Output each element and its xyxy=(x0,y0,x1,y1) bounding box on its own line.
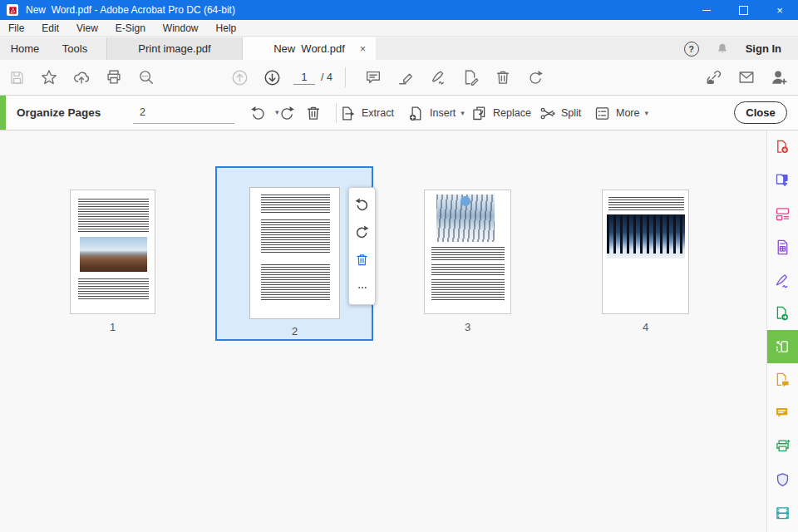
menu-esign[interactable]: E-Sign xyxy=(116,22,145,34)
rotate-clockwise-button-organize[interactable] xyxy=(273,99,301,127)
page2-text-block xyxy=(261,195,330,214)
page1-canyon-photo xyxy=(80,237,147,272)
email-button[interactable] xyxy=(732,63,761,91)
split-button[interactable]: Split xyxy=(539,99,581,127)
page3-text-block xyxy=(431,264,505,275)
previous-page-button[interactable] xyxy=(225,63,254,91)
page2-text-block xyxy=(261,219,330,254)
star-favorite-button[interactable] xyxy=(35,63,63,91)
organize-title: Organize Pages xyxy=(17,96,101,130)
share-link-button[interactable] xyxy=(700,63,728,91)
rotate-clockwise-button[interactable] xyxy=(521,63,549,91)
insert-button[interactable]: Insert ▾ xyxy=(407,99,468,127)
tab-tools[interactable]: Tools xyxy=(50,37,100,60)
page2-text-block xyxy=(261,264,330,301)
minimize-button[interactable] xyxy=(688,0,725,20)
edit-pdf-icon[interactable] xyxy=(767,197,798,230)
toolbar-divider xyxy=(345,67,346,87)
more-button[interactable]: More ▾ xyxy=(594,99,652,127)
menu-bar: File Edit View E-Sign Window Help xyxy=(0,20,798,37)
organize-accent-bar xyxy=(0,96,6,130)
active-tab-label: New Word.pdf xyxy=(273,42,345,55)
tab-bar: Home Tools Print image.pdf New Word.pdf … xyxy=(0,37,798,60)
page-thumbnail-3[interactable] xyxy=(424,190,511,314)
create-pdf-icon[interactable] xyxy=(767,131,798,164)
tab-home[interactable]: Home xyxy=(0,37,50,60)
page-thumbnails-area: 1 2 xyxy=(0,131,766,525)
forest-trunks xyxy=(607,214,685,254)
comment-icon[interactable] xyxy=(767,397,798,430)
page-3-caption: 3 xyxy=(424,321,511,333)
rotate-right-icon[interactable] xyxy=(352,222,373,244)
page-thumbnail-4[interactable] xyxy=(602,190,689,314)
menu-edit[interactable]: Edit xyxy=(42,22,59,34)
tab-print-image-pdf[interactable]: Print image.pdf xyxy=(106,37,243,60)
search-button[interactable] xyxy=(132,63,160,91)
page-1-caption: 1 xyxy=(70,321,155,333)
delete-pages-button[interactable] xyxy=(299,99,328,127)
menu-view[interactable]: View xyxy=(76,22,98,34)
minimize-icon xyxy=(702,10,711,11)
organize-toolbar: Organize Pages ▾ Extract Insert ▾ Replac… xyxy=(0,96,798,131)
page-2-caption: 2 xyxy=(249,325,340,337)
close-tab-icon[interactable]: × xyxy=(360,43,366,55)
close-window-button[interactable]: × xyxy=(761,0,798,20)
insert-caret-icon: ▾ xyxy=(461,109,465,117)
more-label: More xyxy=(616,107,639,119)
page-4-caption: 4 xyxy=(602,321,689,333)
print-production-icon[interactable] xyxy=(767,430,798,463)
main-toolbar: / 4 xyxy=(0,60,798,96)
export-file-icon[interactable] xyxy=(767,297,798,330)
more-options-icon[interactable] xyxy=(352,277,373,298)
page3-text-block xyxy=(431,279,505,301)
menu-file[interactable]: File xyxy=(8,22,24,34)
page-number-input[interactable] xyxy=(293,71,315,85)
title-bar: New Word.pdf - Adobe Acrobat Pro DC (64-… xyxy=(0,0,798,20)
add-comment-button[interactable] xyxy=(359,63,387,91)
delete-page-icon[interactable] xyxy=(352,249,373,271)
maximize-icon xyxy=(739,6,748,15)
page-actions-toolbar xyxy=(348,187,376,305)
page1-text-block xyxy=(78,199,149,232)
page-range-box[interactable]: ▾ xyxy=(133,101,234,124)
sign-in-button[interactable]: Sign In xyxy=(746,42,781,55)
add-user-button[interactable] xyxy=(765,63,793,91)
print-button[interactable] xyxy=(100,63,128,91)
window-title: New Word.pdf - Adobe Acrobat Pro DC (64-… xyxy=(26,4,688,16)
next-page-button[interactable] xyxy=(258,63,286,91)
notifications-bell-icon[interactable] xyxy=(715,42,730,57)
replace-button[interactable]: Replace xyxy=(470,99,531,127)
page-thumbnail-2[interactable] xyxy=(249,187,340,319)
page-number-box: / 4 xyxy=(293,71,332,85)
close-organize-button[interactable]: Close xyxy=(734,101,787,124)
page3-text-block xyxy=(431,247,505,260)
organize-pages-icon[interactable] xyxy=(767,330,798,363)
share-cloud-button[interactable] xyxy=(67,63,96,91)
request-signatures-icon[interactable] xyxy=(767,363,798,397)
page1-text-block xyxy=(78,278,149,300)
menu-help[interactable]: Help xyxy=(216,22,237,34)
highlight-button[interactable] xyxy=(392,63,420,91)
delete-button[interactable] xyxy=(489,63,517,91)
tools-sidebar xyxy=(766,131,798,532)
rotate-counterclockwise-button[interactable] xyxy=(244,99,272,127)
tab-new-word-pdf[interactable]: New Word.pdf × xyxy=(243,37,376,60)
protect-icon[interactable] xyxy=(767,463,798,496)
page-thumbnail-1[interactable] xyxy=(70,190,155,314)
save-button[interactable] xyxy=(2,63,31,91)
tabbar-right-group: ? Sign In xyxy=(684,37,798,60)
rotate-left-icon[interactable] xyxy=(352,195,373,216)
help-icon[interactable]: ? xyxy=(684,42,699,57)
rich-media-icon[interactable] xyxy=(767,496,798,530)
page-2-selection[interactable]: 2 xyxy=(215,166,373,341)
extract-button[interactable]: Extract xyxy=(339,99,394,127)
more-caret-icon: ▾ xyxy=(644,109,648,117)
fill-sign-button[interactable] xyxy=(424,63,452,91)
fill-sign-icon[interactable] xyxy=(767,264,798,297)
page-count-label: / 4 xyxy=(321,71,332,83)
export-pdf-icon[interactable] xyxy=(767,164,798,197)
menu-window[interactable]: Window xyxy=(163,22,199,34)
edit-pdf-button[interactable] xyxy=(456,63,485,91)
scan-ocr-icon[interactable] xyxy=(767,230,798,264)
maximize-button[interactable] xyxy=(725,0,761,20)
